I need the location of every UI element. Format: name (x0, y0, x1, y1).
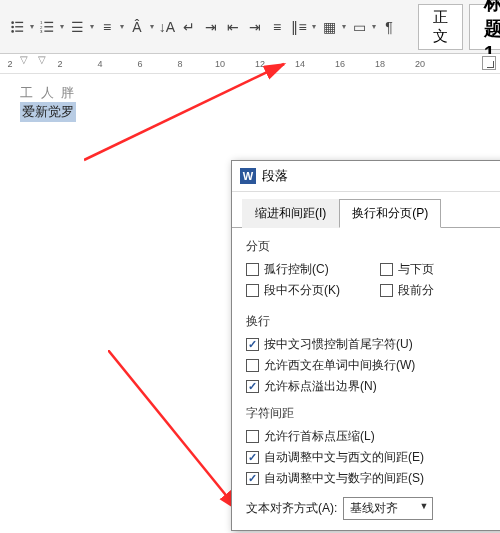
multilevel-icon[interactable]: ☰ (66, 16, 88, 38)
svg-rect-11 (44, 30, 53, 31)
section-char-spacing: 字符间距 (246, 405, 500, 422)
pilcrow-icon[interactable]: ¶ (378, 16, 400, 38)
checkbox-cjk-number-spacing[interactable]: 自动调整中文与数字的间距(S) (246, 470, 500, 487)
checkbox-cjk-latin-spacing[interactable]: 自动调整中文与西文的间距(E) (246, 449, 500, 466)
svg-point-2 (11, 25, 14, 28)
style-normal[interactable]: 正文 (418, 4, 463, 50)
sort-icon[interactable]: ↓A (156, 16, 178, 38)
checkbox-label: 与下页 (398, 261, 434, 278)
dropdown-icon[interactable]: ▾ (310, 16, 318, 38)
checkbox-icon (246, 263, 259, 276)
checkbox-icon (380, 284, 393, 297)
dropdown-icon[interactable]: ▾ (88, 16, 96, 38)
checkbox-label: 孤行控制(C) (264, 261, 329, 278)
checkbox-label: 自动调整中文与数字的间距(S) (264, 470, 424, 487)
ruler-number: 20 (415, 59, 425, 69)
paragraph-marks-icon[interactable]: ↵ (178, 16, 200, 38)
svg-rect-7 (44, 21, 53, 22)
numbering-icon[interactable]: 123 (36, 16, 58, 38)
bullets-icon[interactable] (6, 16, 28, 38)
tab-line-page-breaks[interactable]: 换行和分页(P) (339, 199, 441, 228)
dialog-title-text: 段落 (262, 167, 288, 185)
checkbox-label: 按中文习惯控制首尾字符(U) (264, 336, 413, 353)
checkbox-orphan-control[interactable]: 孤行控制(C) (246, 261, 340, 278)
checkbox-label: 允许标点溢出边界(N) (264, 378, 377, 395)
svg-line-13 (108, 350, 238, 510)
dialog-launcher-icon[interactable] (482, 56, 496, 70)
checkbox-icon (380, 263, 393, 276)
checkbox-icon (246, 359, 259, 372)
svg-rect-1 (15, 21, 23, 22)
ruler-number: 18 (375, 59, 385, 69)
tab-icon[interactable]: ⇥ (200, 16, 222, 38)
paragraph-dialog: W 段落 缩进和间距(I) 换行和分页(P) 分页 孤行控制(C) 段中不分页(… (231, 160, 500, 531)
checkbox-keep-lines[interactable]: 段中不分页(K) (246, 282, 340, 299)
checkbox-keep-with-next[interactable]: 与下页 (380, 261, 434, 278)
section-pagination: 分页 (246, 238, 500, 255)
doc-line-selected: 爱新觉罗 (20, 102, 76, 122)
checkbox-checked-icon (246, 451, 259, 464)
line-spacing-icon[interactable]: ‖≡ (288, 16, 310, 38)
checkbox-checked-icon (246, 338, 259, 351)
text-align-select[interactable]: 基线对齐 (343, 497, 433, 520)
checkbox-label: 段前分 (398, 282, 434, 299)
ruler-number: 16 (335, 59, 345, 69)
checkbox-label: 允许西文在单词中间换行(W) (264, 357, 415, 374)
dialog-body: 分页 孤行控制(C) 段中不分页(K) 与下页 段前分 换行 按中文习惯控制首尾… (232, 227, 500, 530)
checkbox-icon (246, 284, 259, 297)
tab-indent-spacing[interactable]: 缩进和间距(I) (242, 199, 339, 228)
svg-rect-3 (15, 26, 23, 27)
indent-marker-icon[interactable]: ▽ (20, 54, 28, 65)
ruler-number: 14 (295, 59, 305, 69)
dropdown-icon[interactable]: ▾ (28, 16, 36, 38)
align-left-icon[interactable]: ≡ (96, 16, 118, 38)
ruler-number: 10 (215, 59, 225, 69)
dropdown-icon[interactable]: ▾ (340, 16, 348, 38)
outdent-icon[interactable]: ⇤ (222, 16, 244, 38)
dropdown-icon[interactable]: ▾ (58, 16, 66, 38)
checkbox-compress-punct[interactable]: 允许行首标点压缩(L) (246, 428, 500, 445)
checkbox-page-break-before[interactable]: 段前分 (380, 282, 434, 299)
svg-point-0 (11, 21, 14, 24)
font-size-icon[interactable]: Â (126, 16, 148, 38)
dropdown-icon[interactable]: ▾ (148, 16, 156, 38)
ruler-number: 6 (137, 59, 142, 69)
checkbox-label: 允许行首标点压缩(L) (264, 428, 375, 445)
dialog-titlebar[interactable]: W 段落 (232, 161, 500, 192)
dialog-tabs: 缩进和间距(I) 换行和分页(P) (232, 192, 500, 227)
ruler-number: 4 (97, 59, 102, 69)
ruler-number: 2 (57, 59, 62, 69)
ruler-number: 12 (255, 59, 265, 69)
ruler-number: 2 (7, 59, 12, 69)
word-app-icon: W (240, 168, 256, 184)
dropdown-icon[interactable]: ▾ (370, 16, 378, 38)
text-align-label: 文本对齐方式(A): (246, 500, 337, 517)
checkbox-checked-icon (246, 380, 259, 393)
svg-rect-9 (44, 26, 53, 27)
checkbox-cjk-rules[interactable]: 按中文习惯控制首尾字符(U) (246, 336, 500, 353)
formatting-toolbar: ▾ 123▾ ☰▾ ≡▾ Â▾ ↓A ↵ ⇥ ⇤ ⇥ ≡ ‖≡▾ ▦▾ ▭▾ … (0, 0, 500, 54)
checkbox-icon (246, 430, 259, 443)
dropdown-icon[interactable]: ▾ (118, 16, 126, 38)
doc-line: 工 人 胖 (20, 84, 480, 102)
justify-icon[interactable]: ≡ (266, 16, 288, 38)
checkbox-label: 段中不分页(K) (264, 282, 340, 299)
style-heading1[interactable]: 标题 1 (469, 4, 500, 50)
checkbox-latin-wrap[interactable]: 允许西文在单词中间换行(W) (246, 357, 500, 374)
checkbox-hanging-punct[interactable]: 允许标点溢出边界(N) (246, 378, 500, 395)
indent-marker-icon[interactable]: ▽ (38, 54, 46, 65)
borders-icon[interactable]: ▭ (348, 16, 370, 38)
style-gallery: 正文 标题 1 (418, 4, 500, 50)
checkbox-checked-icon (246, 472, 259, 485)
section-wrapping: 换行 (246, 313, 500, 330)
shading-icon[interactable]: ▦ (318, 16, 340, 38)
svg-point-4 (11, 30, 14, 33)
indent-icon[interactable]: ⇥ (244, 16, 266, 38)
ruler-number: 8 (177, 59, 182, 69)
document-area[interactable]: 工 人 胖 爱新觉罗 (0, 74, 500, 132)
svg-text:3: 3 (40, 29, 43, 34)
horizontal-ruler[interactable]: ▽ ▽ 2 2 4 6 8 10 12 14 16 18 20 (0, 54, 500, 74)
svg-rect-5 (15, 30, 23, 31)
checkbox-label: 自动调整中文与西文的间距(E) (264, 449, 424, 466)
